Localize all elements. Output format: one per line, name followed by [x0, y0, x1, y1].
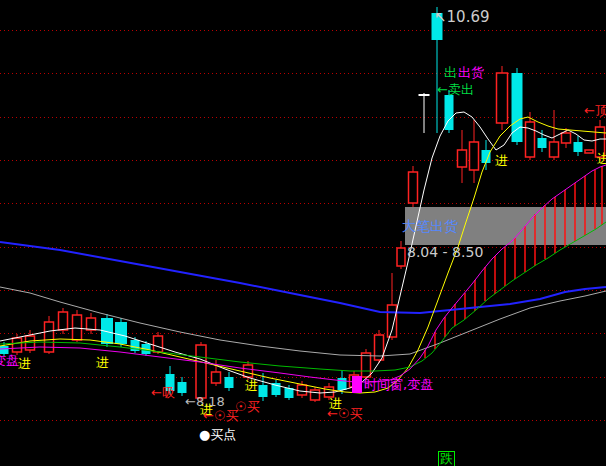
candlestick-chart-canvas [0, 0, 606, 466]
stock-chart[interactable]: ↖10.69出出货←卖出←顶进进大笔出货8.04 - 8.50时间窗,变盘变盘进… [0, 0, 606, 466]
time-window-marker-block [352, 376, 362, 393]
info-overlay-box [405, 207, 606, 245]
candles-layer [0, 7, 605, 402]
